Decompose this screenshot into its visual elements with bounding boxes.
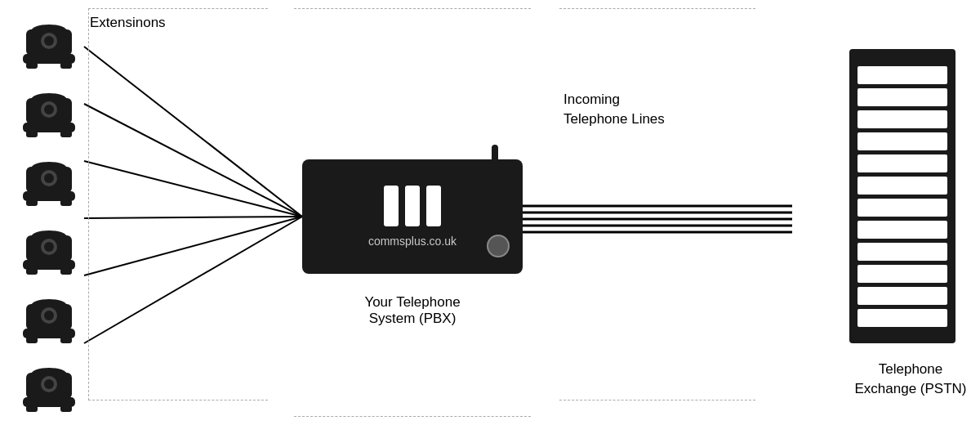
pbx-circle xyxy=(487,235,510,257)
exchange-row-6 xyxy=(858,177,947,195)
svg-rect-22 xyxy=(60,131,72,137)
phone-icon-1 xyxy=(16,16,82,74)
pbx-device: commsplus.co.uk xyxy=(302,159,523,274)
phones-column xyxy=(16,16,82,417)
exchange-row-8 xyxy=(858,221,947,239)
svg-rect-21 xyxy=(26,131,38,137)
svg-rect-15 xyxy=(60,62,72,69)
exchange-row-10 xyxy=(858,265,947,283)
pbx-label: commsplus.co.uk xyxy=(368,235,457,248)
svg-point-31 xyxy=(44,173,54,183)
exchange-building xyxy=(849,49,956,343)
phone-icon-2 xyxy=(16,85,82,142)
svg-rect-42 xyxy=(26,337,38,343)
svg-rect-43 xyxy=(60,337,72,343)
exchange-row-7 xyxy=(858,199,947,217)
exchange-label: Telephone Exchange (PSTN) xyxy=(849,360,972,399)
svg-point-45 xyxy=(44,311,54,320)
phone-icon-4 xyxy=(16,222,82,280)
exchange-row-4 xyxy=(858,132,947,150)
svg-point-24 xyxy=(44,105,54,114)
phone-icon-5 xyxy=(16,291,82,348)
diagram-container: Extensinons commsplus.co.uk Your Telepho… xyxy=(0,0,980,443)
pbx-slot-2 xyxy=(405,186,420,226)
phone-icon-6 xyxy=(16,360,82,417)
exchange-row-1 xyxy=(858,66,947,84)
pbx-system-label: Your Telephone System (PBX) xyxy=(302,294,523,327)
svg-rect-28 xyxy=(26,199,38,206)
svg-rect-50 xyxy=(60,405,72,412)
pbx-slot-3 xyxy=(426,186,441,226)
exchange-row-2 xyxy=(858,88,947,106)
svg-point-38 xyxy=(44,242,54,252)
exchange-row-5 xyxy=(858,154,947,172)
incoming-telephone-lines-label: Incoming Telephone Lines xyxy=(564,90,665,129)
pbx-slot-1 xyxy=(384,186,399,226)
exchange-row-11 xyxy=(858,287,947,305)
phone-icon-3 xyxy=(16,154,82,211)
exchange-row-9 xyxy=(858,243,947,261)
svg-rect-36 xyxy=(60,268,72,275)
pbx-antenna xyxy=(492,145,498,161)
incoming-telephone-lines-box xyxy=(559,8,755,400)
svg-rect-14 xyxy=(26,62,38,69)
svg-rect-49 xyxy=(26,405,38,412)
svg-rect-29 xyxy=(60,199,72,206)
svg-rect-35 xyxy=(26,268,38,275)
pbx-slots xyxy=(384,186,441,226)
svg-point-17 xyxy=(44,36,54,46)
extensions-box xyxy=(88,8,268,400)
exchange-row-3 xyxy=(858,110,947,128)
svg-point-52 xyxy=(44,379,54,389)
exchange-row-12 xyxy=(858,309,947,327)
